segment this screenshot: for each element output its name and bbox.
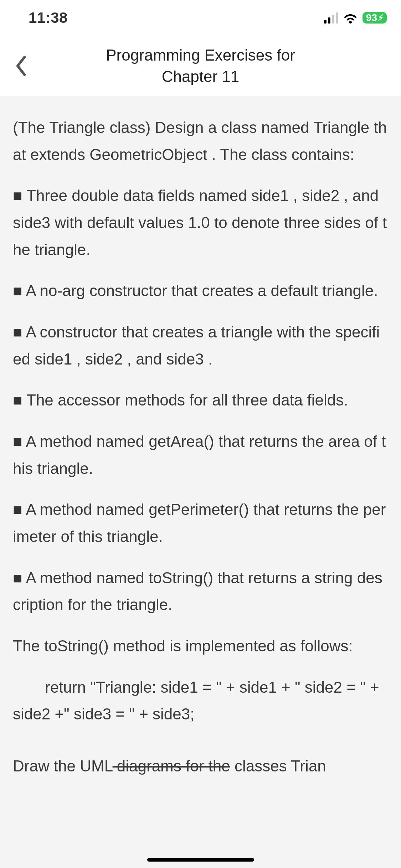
cellular-signal-icon <box>324 12 338 24</box>
wifi-icon <box>343 12 358 24</box>
final-post: classes Trian <box>230 757 326 775</box>
bullet-item: Three double data fields named side1 , s… <box>13 182 388 263</box>
code-line: return "Triangle: side1 = " + side1 + " … <box>13 674 388 728</box>
status-time: 11:38 <box>29 9 68 26</box>
final-pre: Draw the UML <box>13 757 113 775</box>
nav-bar: Programming Exercises for Chapter 11 <box>0 36 401 96</box>
bullet-item: A method named getArea() that returns th… <box>13 428 388 482</box>
bullet-item: The accessor methods for all three data … <box>13 387 388 414</box>
chevron-left-icon <box>15 55 28 77</box>
intro-paragraph: (The Triangle class) Design a class name… <box>13 114 388 168</box>
charging-bolt-icon: ⚡︎ <box>378 14 384 22</box>
bullet-item: A no-arg constructor that creates a defa… <box>13 277 388 304</box>
page-title-line2: Chapter 11 <box>0 66 401 87</box>
impl-intro: The toString() method is implemented as … <box>13 632 388 660</box>
content-area: (The Triangle class) Design a class name… <box>0 96 401 868</box>
bullet-item: A constructor that creates a triangle wi… <box>13 319 388 372</box>
bullet-item: A method named toString() that returns a… <box>13 564 388 618</box>
final-paragraph: Draw the UML diagrams for the classes Tr… <box>13 753 388 780</box>
status-bar: 11:38 93⚡︎ <box>0 0 401 36</box>
home-indicator[interactable] <box>147 858 254 862</box>
bullet-item: A method named getPerimeter() that retur… <box>13 496 388 550</box>
battery-percent: 93 <box>366 13 377 23</box>
final-struck: diagrams for the <box>113 757 230 775</box>
battery-badge: 93⚡︎ <box>363 12 387 24</box>
back-button[interactable] <box>11 55 32 77</box>
page-title-line1: Programming Exercises for <box>0 45 401 66</box>
status-icons: 93⚡︎ <box>324 12 387 24</box>
